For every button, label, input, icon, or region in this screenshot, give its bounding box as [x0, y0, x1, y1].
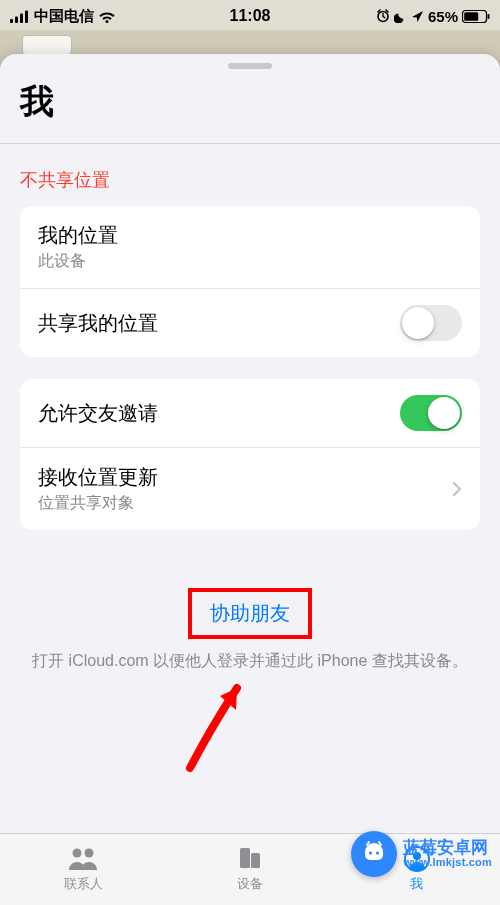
svg-point-10 [85, 849, 94, 858]
help-friend-section: 协助朋友 打开 iCloud.com 以便他人登录并通过此 iPhone 查找其… [0, 552, 500, 674]
tab-contacts-label: 联系人 [64, 875, 103, 893]
help-friend-subtitle: 打开 iCloud.com 以便他人登录并通过此 iPhone 查找其设备。 [22, 649, 478, 674]
receive-updates-title: 接收位置更新 [38, 464, 452, 491]
svg-point-4 [106, 19, 109, 22]
share-my-location-row[interactable]: 共享我的位置 [20, 288, 480, 357]
status-bar: 中国电信 11:08 65% [0, 0, 500, 30]
svg-rect-2 [20, 13, 23, 23]
annotation-highlight: 协助朋友 [188, 588, 312, 639]
receive-updates-row[interactable]: 接收位置更新 位置共享对象 [20, 447, 480, 530]
my-location-sub: 此设备 [38, 251, 462, 272]
not-sharing-label: 不共享位置 [0, 144, 500, 206]
wifi-icon [98, 10, 116, 23]
sheet-grabber[interactable] [228, 63, 272, 69]
share-my-location-toggle[interactable] [400, 305, 462, 341]
tab-me[interactable]: 我 [333, 834, 500, 905]
share-my-location-title: 共享我的位置 [38, 310, 400, 337]
tab-contacts[interactable]: 联系人 [0, 834, 167, 905]
status-right: 65% [376, 8, 490, 25]
help-friend-link[interactable]: 协助朋友 [194, 594, 306, 633]
signal-icon [10, 10, 30, 23]
status-left: 中国电信 [10, 7, 116, 26]
svg-rect-8 [488, 14, 490, 19]
allow-friend-request-row[interactable]: 允许交友邀请 [20, 379, 480, 447]
svg-rect-11 [240, 848, 250, 868]
battery-percent: 65% [428, 8, 458, 25]
allow-friend-request-toggle[interactable] [400, 395, 462, 431]
tab-bar: 联系人 设备 我 [0, 833, 500, 905]
battery-icon [462, 10, 490, 23]
group-friends: 允许交友邀请 接收位置更新 位置共享对象 [20, 379, 480, 530]
tab-devices-label: 设备 [237, 875, 263, 893]
allow-friend-request-title: 允许交友邀请 [38, 400, 400, 427]
svg-rect-7 [464, 12, 478, 21]
chevron-right-icon [452, 481, 462, 497]
map-legend-box [22, 35, 72, 55]
svg-rect-0 [10, 19, 13, 23]
my-location-title: 我的位置 [38, 222, 462, 249]
svg-point-9 [73, 849, 82, 858]
location-arrow-icon [411, 10, 424, 23]
group-location: 我的位置 此设备 共享我的位置 [20, 206, 480, 357]
page-title: 我 [0, 79, 500, 143]
alarm-icon [376, 9, 390, 23]
svg-rect-1 [15, 16, 18, 23]
svg-rect-12 [251, 853, 260, 868]
svg-point-14 [413, 852, 421, 860]
dnd-moon-icon [394, 10, 407, 23]
my-location-row[interactable]: 我的位置 此设备 [20, 206, 480, 288]
annotation-arrow-icon [162, 666, 272, 780]
svg-rect-3 [25, 10, 28, 23]
carrier-label: 中国电信 [34, 7, 94, 26]
receive-updates-sub: 位置共享对象 [38, 493, 452, 514]
tab-me-label: 我 [410, 875, 423, 893]
me-sheet: 我 不共享位置 我的位置 此设备 共享我的位置 允许交友邀请 [0, 54, 500, 833]
tab-devices[interactable]: 设备 [167, 834, 334, 905]
